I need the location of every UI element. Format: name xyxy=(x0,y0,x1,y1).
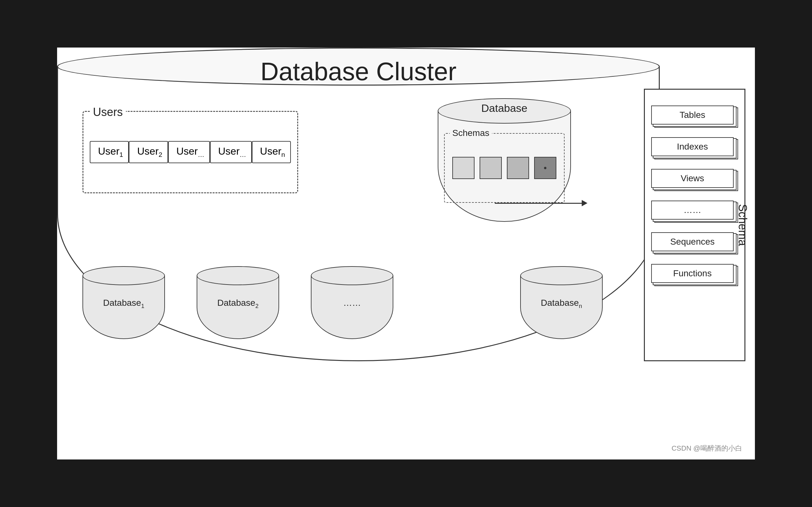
user-box-2: User2 xyxy=(129,141,168,163)
views-label: Views xyxy=(651,169,734,188)
schemas-section: Schemas xyxy=(444,133,565,203)
db-inner-label: Database xyxy=(438,102,571,114)
more-label: …… xyxy=(651,201,734,220)
users-label: Users xyxy=(90,106,126,119)
watermark: CSDN @喝醉酒的小白 xyxy=(671,444,742,453)
schema-item-indexes: Indexes xyxy=(651,137,738,159)
schema-box-1 xyxy=(452,157,474,179)
db-cyl-label-dots: …… xyxy=(311,298,393,308)
user-box-4: User… xyxy=(210,141,252,163)
schemas-label: Schemas xyxy=(450,128,492,138)
cluster-cylinder: Database Cluster Users User1 User2 User…… xyxy=(57,48,660,380)
schema-arrow xyxy=(495,203,583,204)
schema-panel: Tables Indexes Views …… Sequences Functi… xyxy=(644,89,745,361)
schema-boxes xyxy=(445,134,564,202)
schema-item-functions: Functions xyxy=(651,264,738,286)
sequences-label: Sequences xyxy=(651,232,734,251)
database-inner-cylinder: Database Schemas xyxy=(438,98,571,231)
users-list: User1 User2 User… User… Usern xyxy=(84,112,297,192)
database-n: Databasen xyxy=(520,266,603,342)
user-box-1: User1 xyxy=(90,141,129,163)
user-box-3: User… xyxy=(168,141,210,163)
db-cyl-label-2: Database2 xyxy=(197,298,279,309)
db-cyl-top-2 xyxy=(197,266,279,285)
schema-box-2 xyxy=(479,157,502,179)
functions-label: Functions xyxy=(651,264,734,283)
db-cyl-label-1: Database1 xyxy=(83,298,165,309)
schema-item-tables: Tables xyxy=(651,106,738,128)
db-cyl-label-n: Databasen xyxy=(520,298,603,309)
users-section: Users User1 User2 User… User… Usern xyxy=(83,111,298,193)
db-cyl-top-dots xyxy=(311,266,393,285)
databases-row: Database1 Database2 …… Databasen xyxy=(83,266,622,342)
schema-box-4 xyxy=(534,157,556,179)
schema-item-more: …… xyxy=(651,201,738,223)
database-1: Database1 xyxy=(83,266,165,342)
database-2: Database2 xyxy=(197,266,279,342)
schema-box-3 xyxy=(507,157,529,179)
indexes-label: Indexes xyxy=(651,137,734,156)
database-dots: …… xyxy=(311,266,393,342)
schema-items-list: Tables Indexes Views …… Sequences Functi… xyxy=(645,96,745,296)
schema-item-sequences: Sequences xyxy=(651,232,738,255)
tables-label: Tables xyxy=(651,106,734,124)
main-canvas: Database Cluster Users User1 User2 User…… xyxy=(57,48,755,459)
schema-panel-label: Schema xyxy=(736,204,749,246)
schema-item-views: Views xyxy=(651,169,738,191)
cluster-title: Database Cluster xyxy=(57,57,660,86)
user-box-5: Usern xyxy=(252,141,291,163)
db-cyl-top-n xyxy=(520,266,603,285)
db-cyl-top-1 xyxy=(83,266,165,285)
